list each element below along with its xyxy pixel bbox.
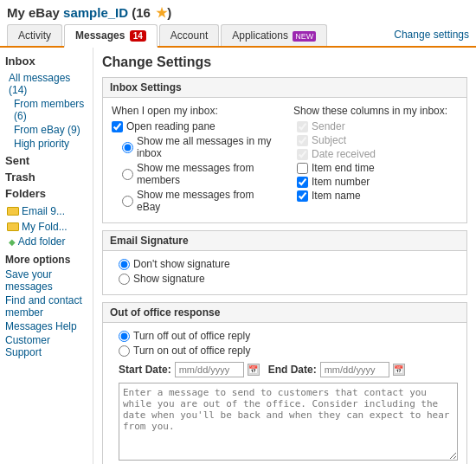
- oof-message-textarea[interactable]: [119, 383, 458, 461]
- oof-turn-off-label: Turn off out of office reply: [133, 330, 250, 342]
- col-item-name-label: Item name: [312, 190, 361, 202]
- col-sender-checkbox[interactable]: [297, 121, 308, 132]
- col-item-end-time-checkbox[interactable]: [297, 163, 308, 174]
- sidebar-item-from-ebay[interactable]: From eBay (9): [5, 123, 87, 137]
- col-subject-checkbox[interactable]: [297, 135, 308, 146]
- trash-section-title: Trash: [5, 171, 87, 184]
- inbox-section-title: Inbox: [5, 55, 87, 68]
- folder-1[interactable]: Email 9...: [5, 203, 87, 219]
- col-item-name-checkbox[interactable]: [297, 190, 308, 202]
- folders-section-title: Folders: [5, 187, 87, 200]
- oof-turn-off-radio[interactable]: [119, 331, 130, 342]
- start-date-field: Start Date: 📅: [119, 362, 260, 377]
- folder-2-label[interactable]: My Fold...: [22, 220, 68, 234]
- sig-dont-show: Don't show signature: [112, 258, 458, 270]
- folder-icon-2: [7, 222, 19, 231]
- start-date-label: Start Date:: [119, 364, 171, 376]
- oof-turn-on-radio[interactable]: [119, 345, 130, 357]
- radio-from-ebay-input[interactable]: [122, 196, 133, 207]
- oof-body: Turn off out of office reply Turn on out…: [103, 323, 466, 464]
- email-signature-header: Email Signature: [103, 231, 466, 251]
- col-item-number: Item number: [297, 176, 458, 188]
- notification-count: 16: [136, 5, 151, 20]
- radio-from-members: Show me messages from members: [112, 162, 276, 186]
- open-inbox-label: When I open my inbox:: [112, 105, 276, 117]
- page-title: My eBay sample_ID (16 ★): [7, 5, 469, 21]
- save-messages-link[interactable]: Save your messages: [5, 267, 87, 293]
- sidebar-item-all-messages[interactable]: All messages (14): [5, 71, 87, 97]
- tab-messages[interactable]: Messages 14: [64, 24, 158, 48]
- date-row: Start Date: 📅 End Date: 📅: [119, 362, 458, 377]
- new-badge: NEW: [293, 31, 316, 42]
- col-item-number-checkbox[interactable]: [297, 177, 308, 188]
- username: sample_ID: [63, 5, 128, 20]
- radio-all-messages-label: Show me all messages in my inbox: [137, 135, 276, 159]
- col-date-received-label: Date received: [312, 148, 376, 160]
- header: My eBay sample_ID (16 ★): [0, 0, 476, 21]
- sidebar: Inbox All messages (14) From members (6)…: [0, 48, 93, 464]
- sig-show: Show signature: [112, 273, 458, 285]
- inbox-two-col: When I open my inbox: Open reading pane …: [112, 105, 458, 216]
- oof-turn-on: Turn on out of office reply: [112, 345, 458, 357]
- end-date-field: End Date: 📅: [268, 362, 405, 377]
- oof-turn-off: Turn off out of office reply: [112, 330, 458, 342]
- radio-from-ebay-label: Show me messages from eBay: [137, 189, 276, 213]
- col-item-name: Item name: [297, 190, 458, 202]
- radio-from-ebay: Show me messages from eBay: [112, 189, 276, 213]
- inbox-col-right: Show these columns in my inbox: Sender S…: [293, 105, 458, 216]
- col-subject-label: Subject: [312, 134, 346, 146]
- col-sender: Sender: [297, 120, 458, 132]
- tab-activity[interactable]: Activity: [7, 24, 62, 46]
- sig-dont-show-label: Don't show signature: [133, 258, 230, 270]
- folder-2[interactable]: My Fold...: [5, 219, 87, 235]
- folder-1-label[interactable]: Email 9...: [22, 204, 65, 218]
- inbox-col-left: When I open my inbox: Open reading pane …: [112, 105, 276, 216]
- open-reading-pane-checkbox[interactable]: [112, 121, 123, 132]
- sig-dont-show-radio[interactable]: [119, 259, 130, 270]
- inbox-settings-section: Inbox Settings When I open my inbox: Ope…: [102, 77, 467, 223]
- find-contact-link[interactable]: Find and contact member: [5, 293, 87, 319]
- column-checkboxes: Sender Subject Date received: [293, 120, 458, 202]
- change-settings-link[interactable]: Change settings: [394, 29, 469, 41]
- sig-show-radio[interactable]: [119, 274, 130, 285]
- sidebar-item-from-members[interactable]: From members (6): [5, 97, 87, 123]
- start-date-input[interactable]: [175, 362, 244, 377]
- add-folder-button[interactable]: Add folder: [5, 235, 87, 248]
- tab-applications[interactable]: Applications NEW: [221, 24, 327, 46]
- end-date-calendar-icon[interactable]: 📅: [393, 364, 405, 376]
- radio-from-members-input[interactable]: [122, 169, 133, 180]
- tab-account[interactable]: Account: [159, 24, 219, 46]
- col-item-end-time: Item end time: [297, 162, 458, 174]
- oof-section: Out of office response Turn off out of o…: [102, 302, 467, 464]
- star-icon[interactable]: ★: [156, 5, 167, 20]
- open-reading-pane-row: Open reading pane: [112, 120, 276, 132]
- start-date-calendar-icon[interactable]: 📅: [248, 364, 260, 376]
- folder-icon-1: [7, 207, 19, 216]
- radio-all-messages-input[interactable]: [122, 142, 133, 153]
- sig-show-label: Show signature: [133, 273, 205, 285]
- col-item-end-time-label: Item end time: [312, 162, 375, 174]
- end-date-label: End Date:: [268, 364, 317, 376]
- content-title: Change Settings: [102, 55, 467, 70]
- col-date-received-checkbox[interactable]: [297, 149, 308, 160]
- sidebar-item-high-priority[interactable]: High priority: [5, 137, 87, 151]
- radio-all-messages: Show me all messages in my inbox: [112, 135, 276, 159]
- col-subject: Subject: [297, 134, 458, 146]
- end-date-input[interactable]: [320, 362, 389, 377]
- oof-turn-on-label: Turn on out of office reply: [133, 345, 250, 357]
- customer-support-link[interactable]: Customer Support: [5, 333, 87, 359]
- oof-header: Out of office response: [103, 303, 466, 323]
- col-item-number-label: Item number: [312, 176, 370, 188]
- more-options-title: More options: [5, 254, 87, 266]
- my-ebay-label: My eBay: [7, 5, 60, 20]
- radio-from-members-label: Show me messages from members: [137, 162, 276, 186]
- email-signature-section: Email Signature Don't show signature Sho…: [102, 230, 467, 295]
- messages-help-link[interactable]: Messages Help: [5, 319, 87, 333]
- inbox-settings-body: When I open my inbox: Open reading pane …: [103, 98, 466, 222]
- col-date-received: Date received: [297, 148, 458, 160]
- columns-label: Show these columns in my inbox:: [293, 105, 458, 117]
- open-reading-pane-label: Open reading pane: [126, 120, 215, 132]
- tab-bar: Activity Messages 14 Account Application…: [0, 24, 476, 48]
- main-layout: Inbox All messages (14) From members (6)…: [0, 48, 476, 464]
- messages-badge: 14: [130, 30, 146, 42]
